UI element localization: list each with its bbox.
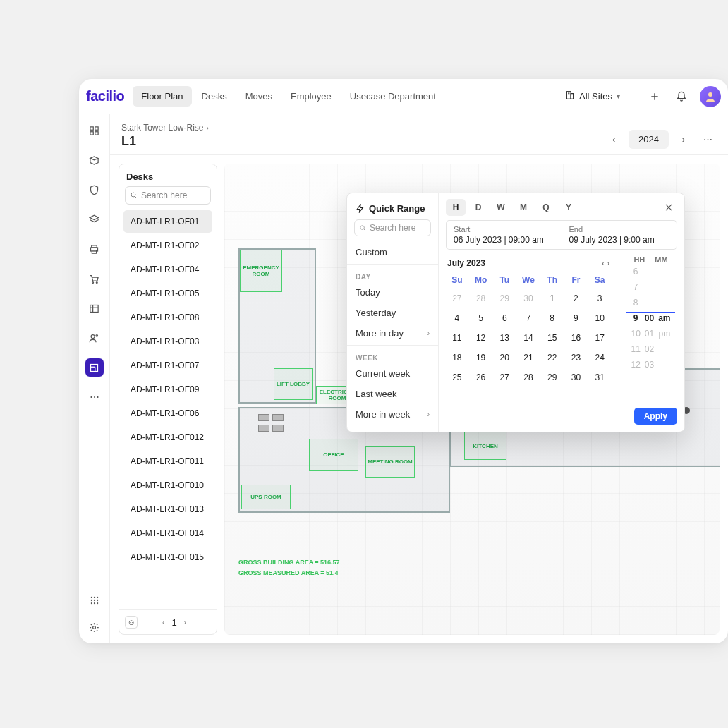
sites-picker[interactable]: All Sites ▾ [565, 90, 620, 102]
min-col-option[interactable]: 01 [645, 329, 654, 341]
qr-more-day[interactable]: More in day› [347, 323, 438, 344]
min-col-option[interactable]: 00 [645, 313, 654, 326]
calendar-day-cell[interactable]: 25 [446, 368, 468, 387]
desks-smile-icon[interactable]: ☺ [125, 616, 138, 629]
calendar-day-cell[interactable]: 27 [493, 368, 516, 387]
hour-col-option[interactable]: 11 [631, 344, 640, 357]
rail-dashboard-icon[interactable] [85, 121, 104, 140]
calendar-day-cell[interactable]: 24 [588, 348, 611, 367]
desk-item[interactable]: AD-MT-LR1-OF07 [123, 354, 212, 377]
unit-tab-d[interactable]: D [468, 199, 488, 216]
range-end-box[interactable]: End 09 July 2023 | 9:00 am [562, 220, 678, 250]
apply-button[interactable]: Apply [634, 408, 677, 425]
nav-tab-usecase-department[interactable]: Usecase Department [341, 86, 444, 107]
range-start-box[interactable]: Start 06 July 2023 | 09:00 am [446, 220, 562, 250]
calendar-day-cell[interactable]: 12 [470, 329, 492, 347]
nav-tab-floor-plan[interactable]: Floor Plan [133, 86, 191, 107]
popover-close-button[interactable] [660, 199, 677, 216]
calendar-prev-button[interactable]: ‹ [602, 260, 604, 267]
rail-settings-icon[interactable] [85, 618, 104, 636]
desk-item[interactable]: AD-MT-LR1-OF06 [123, 402, 212, 425]
nav-tab-moves[interactable]: Moves [237, 86, 281, 107]
user-avatar[interactable] [700, 86, 721, 107]
rail-layers-icon[interactable] [85, 210, 104, 229]
desks-page-prev[interactable]: ‹ [162, 619, 164, 626]
calendar-day-cell[interactable]: 9 [565, 309, 588, 327]
calendar-day-cell[interactable]: 3 [588, 289, 611, 308]
calendar-day-cell[interactable]: 29 [493, 289, 516, 308]
calendar-day-cell[interactable]: 8 [541, 309, 564, 327]
desks-page-next[interactable]: › [184, 619, 186, 626]
calendar-day-cell[interactable]: 18 [446, 348, 468, 367]
calendar-day-cell[interactable]: 11 [446, 329, 468, 347]
desk-item[interactable]: AD-MT-LR1-OF015 [123, 546, 212, 569]
nav-tab-employee[interactable]: Employee [282, 86, 340, 107]
page-more-button[interactable]: ⋯ [698, 129, 717, 149]
unit-tab-h[interactable]: H [446, 199, 466, 216]
calendar-day-cell[interactable]: 13 [493, 329, 516, 347]
year-next-button[interactable]: › [674, 129, 693, 149]
add-button[interactable] [646, 88, 663, 105]
desk-item[interactable]: AD-MT-LR1-OF013 [123, 498, 212, 521]
rail-more-icon[interactable]: ⋯ [85, 388, 104, 406]
rail-print-icon[interactable] [85, 240, 104, 258]
rail-people-icon[interactable] [85, 329, 104, 347]
qr-more-week[interactable]: More in week› [347, 404, 438, 425]
unit-tab-m[interactable]: M [514, 199, 533, 216]
calendar-day-cell[interactable]: 19 [470, 348, 492, 367]
nav-tab-desks[interactable]: Desks [193, 86, 236, 107]
desk-item[interactable]: AD-MT-LR1-OF011 [123, 450, 212, 473]
rail-apps-icon[interactable] [85, 591, 104, 609]
calendar-day-cell[interactable]: 5 [470, 309, 492, 327]
calendar-day-cell[interactable]: 23 [565, 348, 588, 367]
unit-tab-q[interactable]: Q [536, 199, 556, 216]
hour-col-option[interactable]: 7 [633, 282, 638, 295]
unit-tab-y[interactable]: Y [559, 199, 578, 216]
hour-col-option[interactable]: 6 [633, 267, 638, 279]
calendar-day-cell[interactable]: 22 [541, 348, 564, 367]
calendar-day-cell[interactable]: 20 [493, 348, 516, 367]
ampm-col-option[interactable]: am [658, 313, 670, 326]
calendar-day-cell[interactable]: 30 [565, 368, 588, 387]
desk-item[interactable]: AD-MT-LR1-OF02 [123, 234, 212, 257]
rail-box-icon[interactable] [85, 151, 104, 169]
calendar-day-cell[interactable]: 4 [446, 309, 468, 327]
qr-today[interactable]: Today [347, 282, 438, 303]
notifications-button[interactable] [673, 88, 690, 105]
hour-col-option[interactable]: 10 [631, 329, 640, 341]
desk-item[interactable]: AD-MT-LR1-OF08 [123, 306, 212, 329]
qr-last-week[interactable]: Last week [347, 384, 438, 404]
breadcrumb[interactable]: Stark Tower Low-Rise › [121, 123, 605, 133]
qr-current-week[interactable]: Current week [347, 363, 438, 384]
desk-item[interactable]: AD-MT-LR1-OF09 [123, 378, 212, 401]
min-col-option[interactable]: 03 [645, 360, 654, 372]
calendar-day-cell[interactable]: 6 [493, 309, 516, 327]
desk-item[interactable]: AD-MT-LR1-OF014 [123, 522, 212, 545]
calendar-day-cell[interactable]: 15 [541, 329, 564, 347]
hour-col-option[interactable]: 8 [633, 298, 638, 310]
desks-search-input[interactable]: Search here [125, 186, 211, 205]
desk-item[interactable]: AD-MT-LR1-OF03 [123, 330, 212, 353]
calendar-day-cell[interactable]: 1 [541, 289, 564, 308]
desk-item[interactable]: AD-MT-LR1-OF012 [123, 426, 212, 449]
unit-tab-w[interactable]: W [491, 199, 511, 216]
calendar-day-cell[interactable]: 16 [565, 329, 588, 347]
desk-item[interactable]: AD-MT-LR1-OF05 [123, 282, 212, 305]
calendar-day-cell[interactable]: 29 [541, 368, 564, 387]
hour-col-option[interactable]: 9 [633, 313, 638, 326]
year-prev-button[interactable]: ‹ [605, 129, 623, 149]
quick-range-custom[interactable]: Custom [347, 242, 438, 262]
calendar-next-button[interactable]: › [607, 260, 609, 267]
calendar-day-cell[interactable]: 17 [588, 329, 611, 347]
desk-item[interactable]: AD-MT-LR1-OF010 [123, 474, 212, 497]
hour-col-option[interactable]: 12 [631, 360, 640, 372]
rail-shield-icon[interactable] [85, 181, 104, 199]
rail-list-icon[interactable] [85, 299, 104, 317]
qr-yesterday[interactable]: Yesterday [347, 303, 438, 323]
calendar-day-cell[interactable]: 10 [588, 309, 611, 327]
calendar-day-cell[interactable]: 2 [565, 289, 588, 308]
calendar-day-cell[interactable]: 7 [517, 309, 540, 327]
calendar-day-cell[interactable]: 21 [517, 348, 540, 367]
rail-cart-icon[interactable] [85, 269, 104, 288]
calendar-day-cell[interactable]: 26 [470, 368, 492, 387]
